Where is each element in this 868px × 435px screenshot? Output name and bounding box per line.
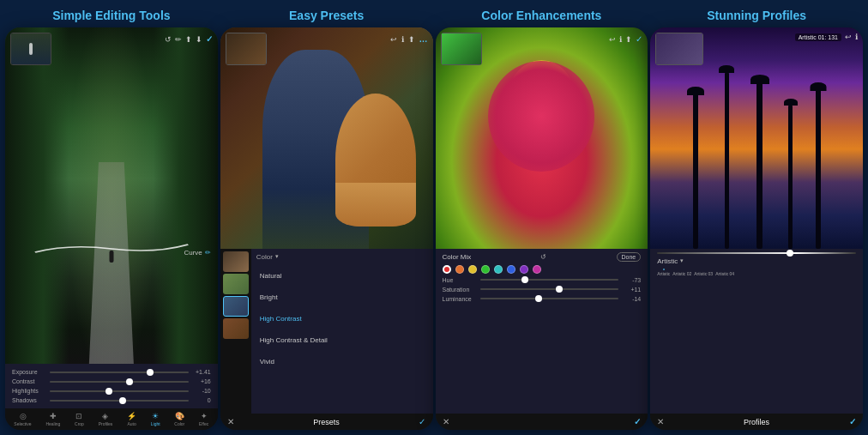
edit-icon[interactable]: ✏ [175, 35, 182, 44]
highlights-track[interactable] [50, 390, 189, 392]
preset-natural-label: Natural [260, 272, 282, 280]
preset-bright[interactable]: Bright [256, 286, 428, 305]
rotate-icon[interactable]: ↺ [165, 35, 172, 44]
color-blue[interactable] [507, 265, 515, 274]
p4-info-icon[interactable]: ℹ [855, 33, 858, 41]
p3-undo-icon[interactable]: ↩ [609, 35, 616, 44]
p4-brightness-track[interactable] [657, 252, 856, 254]
p2-undo-icon[interactable]: ↩ [390, 35, 397, 44]
tree-left [5, 27, 69, 364]
p4-brightness-thumb[interactable] [787, 250, 793, 257]
luminance-thumb[interactable] [535, 295, 542, 302]
panel4-title: Stunning Profiles [650, 5, 863, 27]
auto-label: Auto [127, 421, 136, 426]
p2-cancel-btn[interactable]: ✕ [227, 417, 234, 426]
tool-healing[interactable]: ✚ Healing [45, 412, 60, 426]
luminance-track[interactable] [480, 298, 619, 299]
preset-high-contrast[interactable]: High Contrast [256, 307, 428, 326]
tool-crop[interactable]: ⊡ Crop [75, 412, 84, 426]
p3-reset-icon[interactable]: ↺ [540, 253, 546, 261]
shadows-track[interactable] [50, 400, 189, 402]
p4-cancel-btn[interactable]: ✕ [657, 417, 664, 426]
preset-thumb-2[interactable] [223, 274, 249, 294]
contrast-track[interactable] [50, 381, 189, 383]
highlights-thumb[interactable] [105, 388, 112, 395]
color-orange[interactable] [455, 265, 464, 274]
color-green[interactable] [481, 265, 490, 274]
main-container: Simple Editing Tools ↺ [0, 0, 868, 435]
p4-profiles-label: Profiles [744, 418, 769, 426]
save-icon[interactable]: ⬇ [196, 35, 202, 44]
preset-vivid[interactable]: Vivid [256, 350, 428, 369]
saturation-track[interactable] [480, 288, 619, 290]
profile-thumb-active[interactable] [663, 269, 665, 270]
artistic-arrow-icon: ▾ [680, 257, 684, 264]
tool-auto[interactable]: ⚡ Auto [127, 412, 136, 426]
p4-thumbnail[interactable] [655, 33, 703, 65]
confirm-icon[interactable]: ✓ [206, 34, 213, 44]
preset-category-color[interactable]: Color ▾ [256, 252, 428, 262]
p2-share-icon[interactable]: ⬆ [408, 35, 415, 44]
crop-icon: ⊡ [75, 412, 82, 420]
p3-sliders: Hue -73 Saturation +11 Lum [443, 277, 642, 302]
preset-thumb-4[interactable] [223, 318, 249, 339]
exposure-thumb[interactable] [147, 369, 154, 376]
p3-cancel-btn[interactable]: ✕ [443, 417, 449, 426]
color-red[interactable] [443, 265, 451, 274]
exposure-track[interactable] [50, 372, 189, 373]
p1-bottom-toolbar: ◎ Selective ✚ Healing ⊡ Crop ◈ Profiles … [5, 408, 218, 430]
p3-confirm-icon[interactable]: ✓ [636, 34, 642, 44]
hue-track[interactable] [480, 279, 619, 281]
preset-high-contrast-detail[interactable]: High Contrast & Detail [256, 329, 428, 347]
p3-thumbnail[interactable] [441, 33, 482, 65]
p2-thumbnail[interactable] [226, 33, 267, 65]
p2-presets-section: Color ▾ Natural Bright High Contrast Hig… [220, 249, 433, 414]
p3-share-icon[interactable]: ⬆ [625, 35, 632, 44]
selective-label: Selective [14, 421, 31, 426]
profiles-label: Profiles [99, 421, 113, 426]
crop-label: Crop [75, 421, 84, 426]
profile-thumb-1-label: Artistic 02 [672, 271, 691, 276]
tool-color[interactable]: 🎨 Color [174, 412, 184, 426]
p4-apply-btn[interactable]: ✓ [849, 417, 856, 426]
profile-thumb-active-label: Artistic [657, 271, 670, 276]
p2-info-icon[interactable]: ℹ [401, 35, 404, 44]
p2-confirm-icon[interactable]: … [419, 34, 428, 44]
tool-selective[interactable]: ◎ Selective [14, 412, 31, 426]
p1-thumbnail[interactable] [10, 33, 51, 65]
profile-thumb-2-label: Artistic 03 [694, 271, 713, 276]
p2-thumb-img [226, 33, 266, 64]
p4-thumbnails-row: Artistic Artistic 02 Artistic 03 Artisti… [657, 269, 856, 276]
color-purple[interactable] [520, 265, 528, 274]
curve-edit-icon[interactable]: ✏ [205, 249, 211, 257]
p4-artistic-header[interactable]: Artistic ▾ [657, 257, 856, 265]
contrast-thumb[interactable] [126, 378, 133, 385]
saturation-thumb[interactable] [556, 286, 563, 293]
p4-photo-area: Artistic 01: 131 ↩ ℹ [650, 27, 863, 249]
color-cyan[interactable] [494, 265, 503, 274]
p3-apply-btn[interactable]: ✓ [634, 417, 641, 426]
p4-undo-icon[interactable]: ↩ [845, 33, 852, 41]
auto-icon: ⚡ [127, 412, 136, 420]
p4-thumb-img [656, 33, 702, 64]
highlights-value: -10 [192, 388, 211, 394]
tool-profiles[interactable]: ◈ Profiles [99, 412, 113, 426]
tool-light[interactable]: ☀ Light [151, 412, 160, 426]
color-yellow[interactable] [468, 265, 477, 274]
preset-thumb-1[interactable] [223, 251, 249, 272]
preset-natural[interactable]: Natural [256, 264, 428, 283]
preset-thumb-3[interactable] [223, 296, 249, 317]
exposure-row: Exposure +1.41 [12, 369, 211, 375]
share-icon[interactable]: ⬆ [185, 35, 192, 44]
color-magenta[interactable] [533, 265, 541, 274]
hue-thumb[interactable] [521, 276, 528, 283]
p3-done-button[interactable]: Done [617, 252, 642, 262]
phone-screen-1: ↺ ✏ ⬆ ⬇ ✓ Curve ✏ [5, 27, 218, 430]
palm-4-top [784, 99, 798, 106]
p2-apply-btn[interactable]: ✓ [419, 417, 425, 426]
p3-info-icon[interactable]: ℹ [619, 35, 622, 44]
tool-effects[interactable]: ✦ Effec [199, 412, 208, 426]
shadows-thumb[interactable] [119, 397, 126, 404]
p2-bottom-bar: ✕ Presets ✓ [220, 414, 433, 430]
preset-vivid-label: Vivid [260, 358, 274, 366]
